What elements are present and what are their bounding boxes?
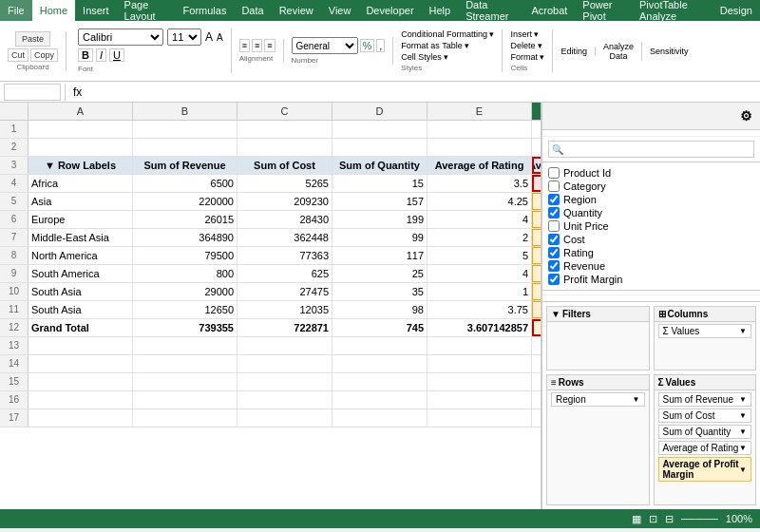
view-layout[interactable]: ⊡ bbox=[649, 513, 657, 525]
cell[interactable]: 625 bbox=[238, 265, 332, 282]
insert-button[interactable]: Insert ▾ bbox=[510, 29, 544, 39]
field-checkbox[interactable] bbox=[548, 207, 560, 218]
comma-button[interactable]: , bbox=[376, 39, 385, 52]
copy-button[interactable]: Copy bbox=[30, 48, 58, 62]
cell[interactable] bbox=[133, 121, 238, 138]
sensitivity[interactable]: Sensitivity bbox=[650, 47, 689, 56]
function-icon[interactable]: fx bbox=[69, 86, 86, 99]
ribbon-tab-insert[interactable]: Insert bbox=[75, 0, 117, 21]
ribbon-tab-power-pivot[interactable]: Power Pivot bbox=[575, 0, 632, 21]
drag-item-dropdown-icon[interactable]: ▼ bbox=[739, 428, 747, 436]
cell[interactable]: 2 bbox=[428, 229, 532, 246]
cell[interactable] bbox=[133, 355, 238, 372]
cell[interactable] bbox=[238, 337, 332, 354]
cell[interactable]: 3.607142857 bbox=[428, 319, 532, 336]
cell[interactable]: 3.75 bbox=[428, 301, 532, 318]
field-checkbox[interactable] bbox=[548, 260, 560, 272]
format-button[interactable]: Format ▾ bbox=[510, 52, 544, 62]
cell[interactable] bbox=[133, 139, 238, 156]
field-checkbox[interactable] bbox=[548, 274, 560, 285]
cell[interactable]: 98 bbox=[332, 301, 428, 318]
cell[interactable]: 27475 bbox=[238, 283, 332, 300]
cell[interactable] bbox=[238, 391, 332, 408]
cell[interactable] bbox=[332, 391, 428, 408]
cell[interactable] bbox=[532, 139, 542, 156]
ribbon-tab-file[interactable]: File bbox=[0, 0, 32, 21]
cell[interactable] bbox=[428, 337, 532, 354]
cell[interactable] bbox=[428, 121, 532, 138]
pivot-settings-icon[interactable]: ⚙ bbox=[740, 108, 752, 124]
cut-button[interactable]: Cut bbox=[8, 48, 28, 62]
drag-item-sum-of-quantity[interactable]: Sum of Quantity▼ bbox=[658, 425, 752, 439]
ribbon-tab-developer[interactable]: Developer bbox=[358, 0, 421, 21]
cell[interactable] bbox=[332, 373, 428, 390]
ribbon-tab-pivottable-analyze[interactable]: PivotTable Analyze bbox=[632, 0, 712, 21]
cell[interactable] bbox=[28, 409, 133, 427]
cell[interactable]: 0.06329825 bbox=[532, 229, 542, 246]
drag-item-dropdown-icon[interactable]: ▼ bbox=[633, 395, 640, 404]
bold-button[interactable]: B bbox=[78, 48, 93, 62]
cell[interactable] bbox=[238, 139, 332, 156]
cell[interactable] bbox=[428, 355, 532, 372]
pivot-search-input[interactable] bbox=[548, 141, 754, 158]
field-item-profit-margin[interactable]: Profit Margin bbox=[548, 273, 754, 286]
delete-button[interactable]: Delete ▾ bbox=[510, 41, 544, 50]
paste-button[interactable]: Paste bbox=[15, 31, 50, 47]
drag-item-sum-of-revenue[interactable]: Sum of Revenue▼ bbox=[658, 392, 752, 407]
cell[interactable]: 362448 bbox=[238, 229, 332, 246]
cell[interactable] bbox=[428, 139, 532, 156]
cell[interactable] bbox=[532, 409, 542, 427]
cell-styles[interactable]: Cell Styles ▾ bbox=[401, 52, 494, 62]
cell[interactable]: 29000 bbox=[133, 283, 238, 300]
field-checkbox[interactable] bbox=[548, 247, 560, 258]
cell[interactable] bbox=[133, 409, 238, 427]
cell[interactable]: 117 bbox=[332, 247, 428, 264]
italic-button[interactable]: I bbox=[96, 48, 106, 62]
col-header-A[interactable]: A bbox=[28, 103, 133, 120]
cell[interactable] bbox=[28, 121, 133, 138]
name-box[interactable] bbox=[4, 84, 61, 101]
cell[interactable]: 12035 bbox=[238, 301, 332, 318]
cell[interactable]: 157 bbox=[332, 193, 428, 210]
cell[interactable]: 25 bbox=[332, 265, 428, 282]
col-header-D[interactable]: D bbox=[332, 103, 428, 120]
cell[interactable]: 79500 bbox=[133, 247, 238, 264]
cell[interactable]: 745 bbox=[332, 319, 428, 336]
cell[interactable]: 15 bbox=[332, 175, 428, 192]
field-checkbox[interactable] bbox=[548, 167, 560, 179]
ribbon-tab-formulas[interactable]: Formulas bbox=[176, 0, 235, 21]
col-header-B[interactable]: B bbox=[133, 103, 238, 120]
ribbon-tab-acrobat[interactable]: Acrobat bbox=[523, 0, 575, 21]
cell[interactable]: 364890 bbox=[133, 229, 238, 246]
cell[interactable]: 800 bbox=[133, 265, 238, 282]
drag-item-dropdown-icon[interactable]: ▼ bbox=[739, 411, 747, 420]
cell[interactable]: 0.052586207 bbox=[532, 283, 542, 300]
col-header-E[interactable]: E bbox=[428, 103, 532, 120]
cell[interactable]: Grand Total bbox=[28, 319, 133, 336]
field-checkbox[interactable] bbox=[548, 194, 560, 205]
cell[interactable] bbox=[532, 373, 542, 390]
align-left[interactable]: ≡ bbox=[239, 39, 250, 52]
cell[interactable]: 0.21875 bbox=[532, 265, 542, 282]
cell[interactable]: 0.054044853 bbox=[532, 319, 542, 336]
field-checkbox[interactable] bbox=[548, 234, 560, 245]
cell[interactable] bbox=[428, 391, 532, 408]
cell[interactable] bbox=[238, 121, 332, 138]
cell[interactable] bbox=[332, 139, 428, 156]
cell[interactable]: Asia bbox=[28, 193, 133, 210]
col-header-F[interactable]: F bbox=[532, 103, 542, 120]
cell[interactable] bbox=[238, 355, 332, 372]
ribbon-tab-page-layout[interactable]: Page Layout bbox=[117, 0, 176, 21]
ribbon-tab-data[interactable]: Data bbox=[234, 0, 271, 21]
ribbon-tab-help[interactable]: Help bbox=[422, 0, 459, 21]
format-as-table[interactable]: Format as Table ▾ bbox=[401, 41, 494, 50]
cell[interactable] bbox=[332, 121, 428, 138]
ribbon-tab-design[interactable]: Design bbox=[712, 0, 760, 21]
ribbon-tab-data-streamer[interactable]: Data Streamer bbox=[458, 0, 523, 21]
font-size-selector[interactable]: 11 bbox=[167, 28, 201, 46]
cell[interactable]: 199 bbox=[332, 211, 428, 228]
cell[interactable]: 35 bbox=[332, 283, 428, 300]
cell[interactable] bbox=[532, 337, 542, 354]
cell[interactable]: Average of Rating bbox=[428, 157, 532, 174]
drag-item-dropdown-icon[interactable]: ▼ bbox=[739, 466, 747, 474]
